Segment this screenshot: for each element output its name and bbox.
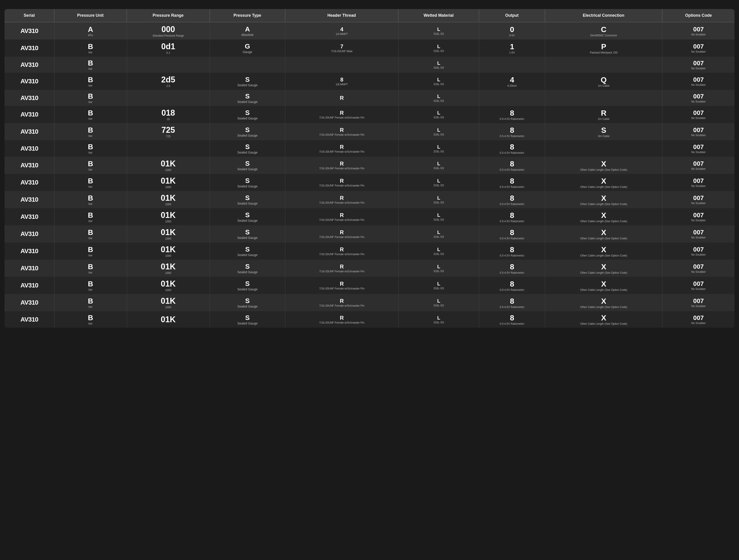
output-cell: 80.5-4.5V Ratiometric — [479, 225, 545, 242]
wetted-material-cell: L316L-SS — [399, 140, 479, 157]
output-cell: 00-5V — [479, 22, 545, 39]
wetted-material-cell: L316L-SS — [399, 90, 479, 106]
pressure-type-cell: SSealed Gauge — [210, 242, 285, 260]
options-code-cell: 007No Snubber — [662, 106, 734, 123]
pressure-range-cell: 01K1000 — [127, 157, 210, 174]
pressure-unit-cell: Bbar — [54, 106, 127, 123]
header-thread-cell: R7/16-20UNF Female w/Schraeder Pin — [285, 277, 399, 294]
pressure-type-cell: SSealed Gauge — [210, 191, 285, 208]
electrical-connection-cell: XOther Cable Length (See Option Code) — [545, 225, 662, 242]
col-header-pressure-type: Pressure Type — [210, 9, 285, 22]
col-header-header-thread: Header Thread — [285, 9, 399, 22]
wetted-material-cell: L316L-SS — [399, 225, 479, 242]
table-row: AV310Bbar01K1000SSealed GaugeR7/16-20UNF… — [5, 260, 734, 277]
serial-cell: AV310 — [5, 311, 54, 328]
options-code-cell: 007No Snubber — [662, 57, 734, 73]
table-row: AV310Bbar01K1000SSealed GaugeR7/16-20UNF… — [5, 277, 734, 294]
table-row: AV310Bbar01K1000SSealed GaugeR7/16-20UNF… — [5, 242, 734, 260]
output-cell: 80.5-4.5V Ratiometric — [479, 208, 545, 225]
electrical-connection-cell: XOther Cable Length (See Option Code) — [545, 311, 662, 328]
wetted-material-cell: L316L-SS — [399, 57, 479, 73]
output-cell: 80.5-4.5V Ratiometric — [479, 294, 545, 311]
table-row: AV310Bbar01K1000SSealed GaugeR7/16-20UNF… — [5, 174, 734, 191]
wetted-material-cell: L316L-SS — [399, 277, 479, 294]
options-code-cell: 007No Snubber — [662, 208, 734, 225]
electrical-connection-cell — [545, 140, 662, 157]
output-cell: 80.5-4.5V Ratiometric — [479, 311, 545, 328]
serial-cell: AV310 — [5, 277, 54, 294]
col-header-pressure-unit: Pressure Unit — [54, 9, 127, 22]
options-code-cell: 007No Snubber — [662, 22, 734, 39]
header-thread-cell: R7/16-20UNF Female w/Schraeder Pin — [285, 123, 399, 140]
col-header-electrical-connection: Electrical Connection — [545, 9, 662, 22]
header-thread-cell: R7/16-20UNF Female w/Schraeder Pin — [285, 294, 399, 311]
table-row: AV310Bbar01K1000SSealed GaugeR7/16-20UNF… — [5, 157, 734, 174]
pressure-unit-cell: Bbar — [54, 73, 127, 90]
col-header-serial: Serial — [5, 9, 54, 22]
electrical-connection-cell: PPackard Metripack 150 — [545, 39, 662, 57]
output-cell: 80.5-4.5V Ratiometric — [479, 242, 545, 260]
electrical-connection-cell: XOther Cable Length (See Option Code) — [545, 174, 662, 191]
options-code-cell: 007No Snubber — [662, 123, 734, 140]
wetted-material-cell: L316L-SS — [399, 294, 479, 311]
table-row: AV310Bbar0d10.1GGauge77/16-20UNF MaleL31… — [5, 39, 734, 57]
pressure-type-cell: SSealed Gauge — [210, 174, 285, 191]
pressure-range-cell: 725725 — [127, 123, 210, 140]
table-row: AV310Bbar2d52.5SSealed Gauge81/8 MNPTL31… — [5, 73, 734, 90]
wetted-material-cell: L316L-SS — [399, 311, 479, 328]
header-thread-cell: R7/16-20UNF Female w/Schraeder Pin — [285, 260, 399, 277]
header-thread-cell: R7/16-20UNF Female w/Schraeder Pin — [285, 191, 399, 208]
header-thread-cell: 77/16-20UNF Male — [285, 39, 399, 57]
table-row: AV310Bbar01818SSealed GaugeR7/16-20UNF F… — [5, 106, 734, 123]
output-cell: 44-20mA — [479, 73, 545, 90]
wetted-material-cell: L316L-SS — [399, 157, 479, 174]
electrical-connection-cell: XOther Cable Length (See Option Code) — [545, 191, 662, 208]
electrical-connection-cell: Q1m Cable — [545, 73, 662, 90]
serial-cell: AV310 — [5, 57, 54, 73]
pressure-unit-cell: Bbar — [54, 157, 127, 174]
header-thread-cell: R7/16-20UNF Female w/Schraeder Pin — [285, 225, 399, 242]
serial-cell: AV310 — [5, 225, 54, 242]
serial-cell: AV310 — [5, 174, 54, 191]
table-row: AV310Bbar725725SSealed GaugeR7/16-20UNF … — [5, 123, 734, 140]
header-thread-cell: R7/16-20UNF Female w/Schraeder Pin — [285, 140, 399, 157]
pressure-range-cell: 01K1000 — [127, 208, 210, 225]
pressure-type-cell: SSealed Gauge — [210, 225, 285, 242]
serial-cell: AV310 — [5, 157, 54, 174]
electrical-connection-cell: XOther Cable Length (See Option Code) — [545, 157, 662, 174]
electrical-connection-cell: XOther Cable Length (See Option Code) — [545, 208, 662, 225]
output-cell: 80.5-4.5V Ratiometric — [479, 123, 545, 140]
pressure-range-cell: 0d10.1 — [127, 39, 210, 57]
output-cell: 80.5-4.5V Ratiometric — [479, 106, 545, 123]
col-header-pressure-range: Pressure Range — [127, 9, 210, 22]
pressure-unit-cell: Bbar — [54, 140, 127, 157]
table-row: AV310Bbar01K1000SSealed GaugeR7/16-20UNF… — [5, 294, 734, 311]
serial-cell: AV310 — [5, 294, 54, 311]
options-code-cell: 007No Snubber — [662, 90, 734, 106]
wetted-material-cell: L316L-SS — [399, 123, 479, 140]
pressure-range-cell: 01K1000 — [127, 277, 210, 294]
output-cell — [479, 90, 545, 106]
pressure-range-cell: 2d52.5 — [127, 73, 210, 90]
pressure-type-cell: AAbsolute — [210, 22, 285, 39]
pressure-range-cell: 01K1000 — [127, 191, 210, 208]
serial-cell: AV310 — [5, 106, 54, 123]
options-code-cell: 007No Snubber — [662, 242, 734, 260]
output-cell: 80.5-4.5V Ratiometric — [479, 260, 545, 277]
serial-cell: AV310 — [5, 39, 54, 57]
product-table: Serial Pressure Unit Pressure Range Pres… — [5, 9, 734, 328]
serial-cell: AV310 — [5, 242, 54, 260]
electrical-connection-cell: XOther Cable Length (See Option Code) — [545, 277, 662, 294]
options-code-cell: 007No Snubber — [662, 294, 734, 311]
table-row: AV310Bbar01K1000SSealed GaugeR7/16-20UNF… — [5, 225, 734, 242]
pressure-unit-cell: Bbar — [54, 242, 127, 260]
pressure-unit-cell: Bbar — [54, 311, 127, 328]
header-thread-cell: R7/16-20UNF Female w/Schraeder Pin — [285, 311, 399, 328]
pressure-type-cell: SSealed Gauge — [210, 106, 285, 123]
header-thread-cell — [285, 57, 399, 73]
options-code-cell: 007No Snubber — [662, 225, 734, 242]
serial-cell: AV310 — [5, 260, 54, 277]
pressure-unit-cell: Bbar — [54, 294, 127, 311]
serial-cell: AV310 — [5, 140, 54, 157]
output-cell: 80.5-4.5V Ratiometric — [479, 174, 545, 191]
